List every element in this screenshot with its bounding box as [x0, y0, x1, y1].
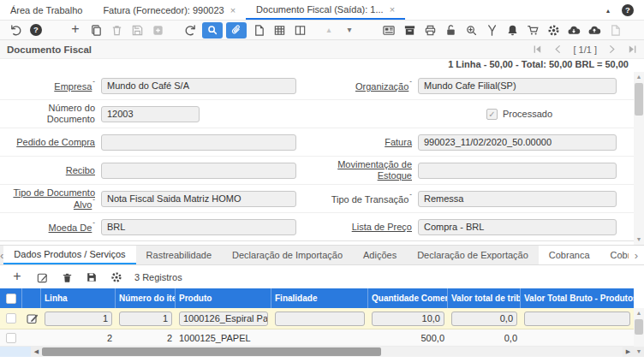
label-recibo[interactable]: Recibo [0, 165, 101, 176]
scrollbar-thumb[interactable] [635, 319, 643, 335]
column-produto[interactable]: Produto [176, 288, 271, 308]
edit-pencil-icon[interactable] [26, 312, 39, 325]
detail-tab-declaracao-exportacao[interactable]: Declaração de Exportação [407, 246, 539, 264]
field-tipo-documento-alvo[interactable]: Nota Fiscal Saida Matriz HOMO [101, 191, 296, 207]
label-fatura[interactable]: Fatura [317, 137, 418, 148]
cell-finalidade[interactable] [275, 312, 365, 326]
field-fatura[interactable]: 990023_11/02/2020_50.00000 [418, 134, 617, 151]
grid-row-1[interactable]: 1 1 1000126_Espiral Para 10,0 0,0 [0, 308, 634, 329]
grid-settings-gear-icon[interactable] [108, 270, 125, 285]
edit-row-icon[interactable] [33, 270, 51, 285]
scrollbar-thumb[interactable] [635, 83, 643, 116]
field-recibo[interactable] [101, 163, 296, 179]
help-circle-icon[interactable]: ? [26, 22, 46, 39]
scroll-up-icon[interactable]: ▲ [634, 308, 644, 318]
grid-scroll-down-icon[interactable]: ▼ [634, 347, 644, 357]
label-pedido-de-compra[interactable]: Pedido de Compra [0, 137, 101, 148]
scroll-down-icon[interactable]: ▼ [634, 234, 644, 245]
undo-icon[interactable] [5, 22, 26, 39]
grid-vertical-scrollbar[interactable]: ▲ [634, 308, 644, 347]
label-organizacao[interactable]: Organizaçãoˆ [317, 80, 418, 92]
cell-valor-bruto[interactable] [524, 312, 630, 326]
column-valor-total-bruto[interactable]: Valor Total Bruto - Produtos / Serviços [521, 288, 634, 308]
cell-tributos[interactable]: 0,0 [448, 329, 521, 346]
report-icon[interactable] [248, 22, 269, 39]
column-valor-tributos[interactable]: Valor total de tributos [448, 288, 521, 308]
label-movimentacao-estoque[interactable]: Movimentação de Estoque [317, 159, 418, 181]
cell-tributos[interactable]: 0,0 [451, 312, 517, 326]
field-movimentacao-estoque[interactable] [418, 163, 617, 179]
column-finalidade[interactable]: Finalidade [271, 288, 368, 308]
cell-produto[interactable]: 1000125_PAPEL [176, 329, 271, 346]
close-icon[interactable]: × [230, 5, 236, 15]
notifications-icon[interactable] [502, 22, 522, 39]
select-all-checkbox[interactable] [0, 288, 22, 308]
scroll-left-icon[interactable]: ◀ [31, 347, 42, 357]
label-tipo-documento-alvo[interactable]: Tipo de Documento Alvoˆ [0, 187, 101, 211]
row-checkbox[interactable] [6, 313, 16, 323]
first-record-icon[interactable] [533, 45, 542, 56]
detail-record-icon[interactable]: ▾ [339, 22, 360, 39]
grid-row-2[interactable]: 2 2 1000125_PAPEL 500,0 0,0 [0, 329, 634, 347]
refresh-icon[interactable] [180, 22, 200, 39]
last-record-icon[interactable] [628, 45, 637, 56]
tab-area-de-trabalho[interactable]: Área de Trabalho [0, 0, 92, 20]
field-organizacao[interactable]: Mundo Cafe Filial(SP) [418, 78, 617, 94]
archive-icon[interactable] [399, 22, 420, 39]
tab-documento-fiscal[interactable]: Documento Fiscal (Saída): 1... × [246, 0, 405, 20]
label-moeda-de[interactable]: Moeda Deˆ [0, 221, 101, 233]
detail-tab-cobranca-1[interactable]: Cobranca [539, 246, 600, 264]
cell-numero-item[interactable]: 2 [116, 329, 176, 346]
cell-quantidade[interactable]: 500,0 [368, 329, 448, 346]
field-empresa[interactable]: Mundo do Café S/A [101, 78, 296, 94]
scroll-up-icon[interactable]: ▲ [634, 72, 644, 82]
form-scrollbar[interactable]: ▲ ▼ [634, 72, 644, 245]
scrollbar-thumb[interactable] [42, 347, 381, 356]
processado-checkbox[interactable]: ✓ [486, 109, 498, 120]
cell-finalidade[interactable] [271, 329, 368, 346]
detail-tab-declaracao-importacao[interactable]: Declaração de Importação [222, 246, 353, 264]
cell-numero-item[interactable]: 1 [119, 312, 172, 326]
field-tipo-transacao[interactable]: Remessa [418, 191, 617, 207]
cell-produto[interactable]: 1000126_Espiral Para [179, 312, 268, 326]
help-icon[interactable]: ? [622, 4, 634, 16]
field-pedido-de-compra[interactable] [101, 134, 296, 151]
delete-row-icon[interactable] [58, 270, 75, 285]
report-window-icon[interactable] [379, 22, 399, 39]
grid-toggle-icon[interactable] [269, 22, 289, 39]
preferences-gear-icon[interactable] [543, 22, 564, 39]
zoom-across-icon[interactable] [461, 22, 481, 39]
detail-tab-rastreabilidade[interactable]: Rastreabilidade [136, 246, 222, 264]
find-icon[interactable] [202, 22, 223, 39]
detail-tab-adicoes[interactable]: Adições [353, 246, 407, 264]
field-lista-de-preco[interactable]: Compra - BRL [418, 219, 617, 235]
attachment-icon[interactable] [226, 22, 247, 39]
column-numero-item[interactable]: Número do itemª [116, 288, 176, 308]
save-row-icon[interactable] [83, 270, 100, 285]
cell-quantidade[interactable]: 10,0 [372, 312, 444, 326]
new-record-icon[interactable]: + [65, 22, 86, 39]
grid-horizontal-scrollbar[interactable]: ◀ ▶ [0, 347, 634, 357]
row-checkbox[interactable] [6, 333, 16, 343]
detail-panel-icon[interactable] [289, 22, 310, 39]
column-quantidade-comercial[interactable]: Quantidade Comercialª [368, 288, 448, 308]
workflow-icon[interactable] [481, 22, 502, 39]
field-moeda-de[interactable]: BRL [101, 219, 296, 235]
tabs-scroll-right-icon[interactable]: › [629, 246, 644, 264]
field-numero-documento[interactable]: 12003 [101, 106, 200, 122]
scroll-right-icon[interactable]: ▶ [623, 347, 634, 357]
tab-fatura[interactable]: Fatura (Fornecedor): 990023 × [92, 0, 246, 20]
import-cloud-icon[interactable] [584, 22, 605, 39]
label-empresa[interactable]: Empresaˆ [0, 80, 101, 92]
print-icon[interactable] [420, 22, 440, 39]
column-linha[interactable]: Linha [41, 288, 116, 308]
shopping-cart-icon[interactable] [522, 22, 543, 39]
label-lista-de-preco[interactable]: Lista de Preço [317, 222, 418, 233]
previous-record-icon[interactable] [552, 45, 563, 56]
cell-linha[interactable]: 1 [45, 312, 112, 326]
export-cloud-icon[interactable] [564, 22, 584, 39]
close-icon[interactable]: × [390, 4, 395, 15]
collapse-header-icon[interactable]: ▴ [606, 7, 610, 15]
lock-icon[interactable] [440, 22, 461, 39]
cell-valor-bruto[interactable] [521, 329, 634, 346]
